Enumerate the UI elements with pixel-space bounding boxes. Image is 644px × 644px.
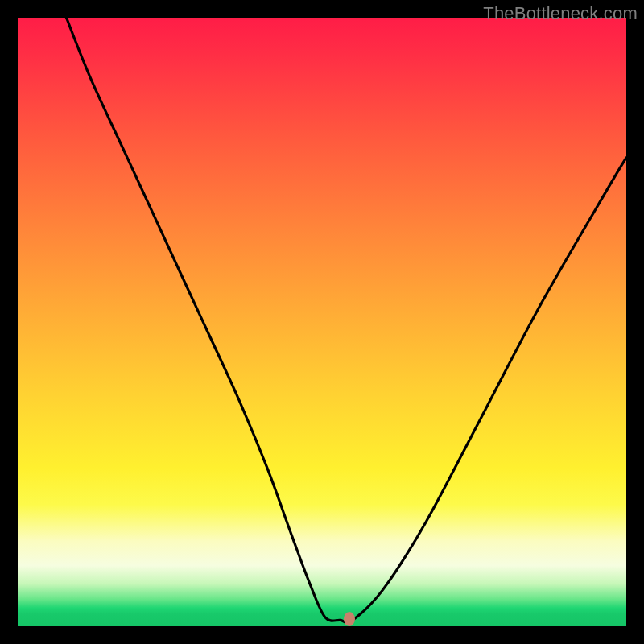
watermark-text: TheBottleneck.com	[483, 3, 638, 24]
plot-area	[18, 18, 626, 626]
bottleneck-curve	[18, 18, 626, 626]
optimal-marker	[344, 612, 355, 626]
